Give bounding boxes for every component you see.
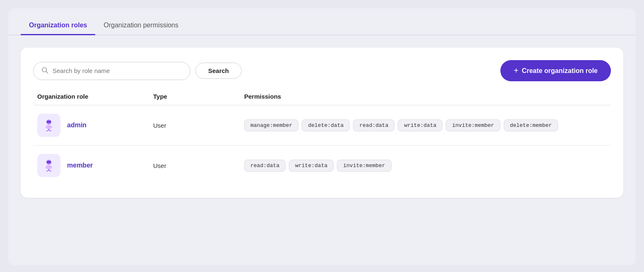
col-header-role: Organization role: [37, 93, 153, 100]
tab-org-permissions[interactable]: Organization permissions: [95, 17, 187, 35]
svg-point-13: [48, 169, 50, 171]
type-cell-member: User: [153, 162, 244, 169]
role-cell-member: member: [37, 154, 153, 177]
col-header-type: Type: [153, 93, 244, 100]
permission-badge: delete:data: [302, 119, 350, 131]
tab-org-roles[interactable]: Organization roles: [21, 17, 95, 35]
search-input[interactable]: [53, 67, 183, 74]
permission-badge: invite:member: [446, 119, 500, 131]
plus-icon: +: [514, 66, 519, 75]
table-header: Organization role Type Permissions: [33, 93, 611, 105]
avatar-admin: [37, 114, 60, 137]
table-row: admin User manage:member delete:data rea…: [33, 105, 611, 146]
search-icon: [41, 66, 48, 75]
col-header-permissions: Permissions: [244, 93, 607, 100]
permission-badge: delete:member: [504, 119, 558, 131]
svg-rect-11: [46, 161, 51, 163]
role-name-member[interactable]: member: [67, 162, 93, 169]
svg-point-4: [46, 125, 52, 129]
svg-point-5: [48, 129, 50, 131]
svg-point-12: [46, 165, 52, 169]
svg-rect-3: [46, 121, 51, 123]
role-cell-admin: admin: [37, 114, 153, 137]
permission-badge: read:data: [244, 160, 286, 172]
avatar-member: [37, 154, 60, 177]
permissions-cell-admin: manage:member delete:data read:data writ…: [244, 119, 607, 131]
permission-badge: manage:member: [244, 119, 298, 131]
table-row: member User read:data write:data invite:…: [33, 146, 611, 185]
search-input-wrapper: [33, 62, 190, 80]
svg-line-1: [46, 71, 48, 73]
main-content: Search + Create organization role Organi…: [8, 35, 636, 210]
permission-badge: write:data: [289, 160, 334, 172]
card: Search + Create organization role Organi…: [21, 48, 623, 198]
page-container: Organization roles Organization permissi…: [8, 8, 636, 265]
permission-badge: read:data: [353, 119, 394, 131]
toolbar: Search + Create organization role: [33, 60, 611, 81]
type-cell-admin: User: [153, 122, 244, 129]
tabs-bar: Organization roles Organization permissi…: [8, 8, 636, 35]
permission-badge: invite:member: [337, 160, 391, 172]
permission-badge: write:data: [398, 119, 442, 131]
create-org-role-button[interactable]: + Create organization role: [500, 60, 611, 81]
search-button[interactable]: Search: [195, 63, 242, 79]
role-name-admin[interactable]: admin: [67, 121, 87, 129]
permissions-cell-member: read:data write:data invite:member: [244, 160, 607, 172]
